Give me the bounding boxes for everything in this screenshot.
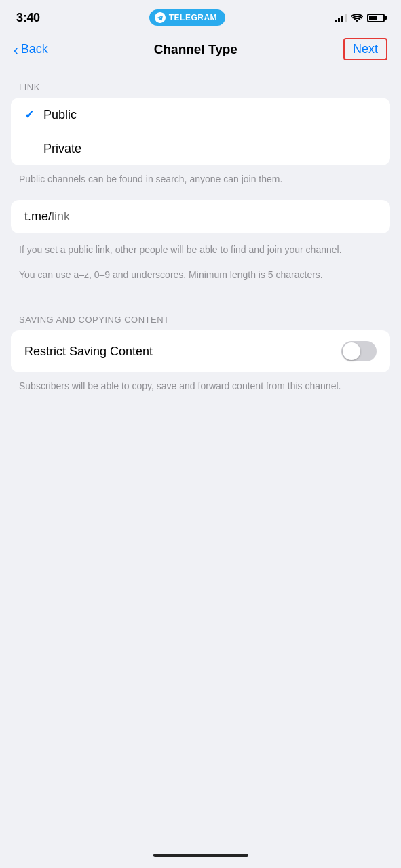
battery-fill xyxy=(369,16,377,20)
private-option[interactable]: Private xyxy=(11,132,390,165)
private-label: Private xyxy=(43,142,81,156)
link-input-card: t.me/ xyxy=(11,200,390,233)
link-prefix: t.me/ xyxy=(24,210,52,224)
wifi-icon xyxy=(351,12,363,24)
battery-icon xyxy=(367,14,385,22)
link-section-label: LINK xyxy=(0,71,401,98)
next-button[interactable]: Next xyxy=(343,38,387,60)
telegram-label: TELEGRAM xyxy=(169,13,217,22)
channel-type-card: ✓ Public Private xyxy=(11,98,390,165)
toggle-knob xyxy=(343,342,360,360)
saving-toggle-card: Restrict Saving Content xyxy=(11,330,390,372)
signal-bar-4 xyxy=(345,14,347,22)
content: LINK ✓ Public Private Public channels ca… xyxy=(0,71,401,431)
saving-section: SAVING AND COPYING CONTENT Restrict Savi… xyxy=(0,304,401,404)
saving-toggle-row: Restrict Saving Content xyxy=(11,330,390,372)
signal-bar-1 xyxy=(335,20,337,22)
link-input[interactable] xyxy=(52,210,377,224)
status-icons xyxy=(335,12,385,24)
public-checkmark: ✓ xyxy=(24,107,43,122)
public-label: Public xyxy=(43,108,77,122)
back-label: Back xyxy=(21,42,48,56)
signal-bar-2 xyxy=(338,18,340,22)
public-option[interactable]: ✓ Public xyxy=(11,98,390,132)
saving-section-label: SAVING AND COPYING CONTENT xyxy=(0,304,401,330)
saving-toggle-label: Restrict Saving Content xyxy=(24,344,153,359)
status-time: 3:40 xyxy=(16,11,40,25)
saving-toggle[interactable] xyxy=(341,341,377,361)
saving-description: Subscribers will be able to copy, save a… xyxy=(0,372,401,404)
status-center: TELEGRAM xyxy=(149,9,225,26)
signal-bars xyxy=(335,13,347,22)
link-hint-2: You can use a–z, 0–9 and underscores. Mi… xyxy=(0,268,401,293)
status-bar: 3:40 TELEGRAM xyxy=(0,0,401,31)
nav-bar: ‹ Back Channel Type Next xyxy=(0,31,401,71)
nav-title: Channel Type xyxy=(154,42,237,57)
signal-bar-3 xyxy=(341,16,343,22)
home-indicator xyxy=(153,854,248,857)
link-hint-1: If you set a public link, other people w… xyxy=(0,236,401,268)
telegram-badge: TELEGRAM xyxy=(149,9,225,26)
telegram-icon xyxy=(155,12,166,23)
public-description: Public channels can be found in search, … xyxy=(0,165,401,197)
back-chevron-icon: ‹ xyxy=(14,43,18,56)
back-button[interactable]: ‹ Back xyxy=(14,42,48,56)
